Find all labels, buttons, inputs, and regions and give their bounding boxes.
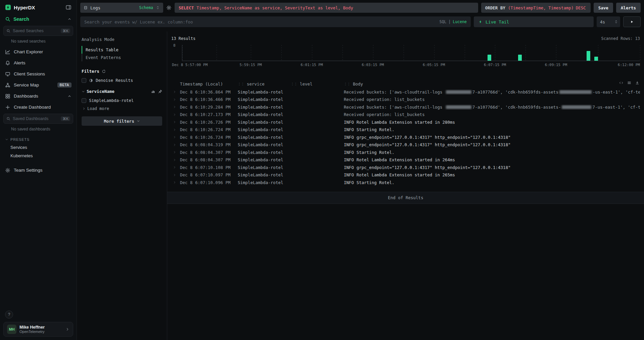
log-row[interactable]: Dec 8 6:10:26.724 PMSimpleLambda-rotelIN…	[171, 133, 640, 141]
saved-searches-search[interactable]: ⌘K	[3, 26, 73, 36]
presets-header[interactable]: PRESETS	[0, 134, 77, 143]
expand-row-icon[interactable]	[171, 173, 180, 177]
search-section-label: Search	[13, 16, 29, 22]
facet-group-header[interactable]: ServiceName	[82, 89, 162, 94]
preset-item-services[interactable]: Services	[0, 143, 77, 152]
log-body: INFO grpc_endpoint="127.0.0.1:4317" http…	[344, 135, 640, 140]
pin-icon[interactable]	[158, 90, 162, 94]
row-density-icon[interactable]	[627, 81, 631, 85]
team-settings-label: Team Settings	[14, 168, 43, 173]
load-more[interactable]: Load more	[82, 106, 162, 111]
sidebar-item-chart-explorer[interactable]: Chart Explorer	[0, 46, 77, 57]
chart-facet-icon[interactable]	[151, 90, 155, 94]
order-by-input[interactable]: ORDER BY (TimestampTime, Timestamp) DESC	[481, 3, 591, 13]
column-header-body[interactable]: ⋮⋮ Body	[344, 81, 640, 87]
user-card[interactable]: MH Mike Heffner OpenTelemetry	[3, 322, 73, 337]
lucene-toggle[interactable]: Lucene	[453, 19, 467, 24]
sidebar-item-alerts[interactable]: Alerts	[0, 57, 77, 68]
user-name: Mike Heffner	[19, 325, 45, 330]
expand-row-icon[interactable]	[171, 113, 180, 116]
select-query-input[interactable]: SELECT Timestamp, ServiceName as service…	[175, 3, 478, 13]
analysis-mode-results-table[interactable]: Results Table	[82, 46, 162, 54]
log-row[interactable]: Dec 8 6:10:36.466 PMSimpleLambda-rotelRe…	[171, 96, 640, 104]
download-icon[interactable]	[635, 81, 639, 85]
facet-option[interactable]: SimpleLambda-rotel	[82, 98, 162, 103]
log-row[interactable]: Dec 8 6:10:26.726 PMSimpleLambda-rotelIN…	[171, 118, 640, 126]
analysis-mode-list: Results TableEvent Patterns	[82, 46, 162, 61]
refresh-filters-icon[interactable]	[102, 69, 106, 73]
chart-bar[interactable]	[518, 55, 522, 61]
sidebar-item-dashboards[interactable]: Dashboards	[0, 91, 77, 102]
log-timestamp: Dec 8 6:08:04.319 PM	[180, 142, 238, 147]
column-drag-handle[interactable]: ⋮⋮	[291, 82, 297, 86]
log-row[interactable]: Dec 8 6:08:04.307 PMSimpleLambda-rotelIN…	[171, 149, 640, 156]
sidebar-item-client-sessions[interactable]: Client Sessions	[0, 68, 77, 79]
save-button[interactable]: Save	[594, 3, 613, 13]
column-drag-handle[interactable]: ⋮⋮	[344, 82, 351, 86]
refresh-interval-select[interactable]: 4s	[597, 16, 620, 27]
expand-row-icon[interactable]	[171, 151, 180, 154]
event-search[interactable]: SQL | Lucene	[80, 16, 471, 27]
sidebar-collapse-icon[interactable]	[65, 4, 72, 10]
expand-row-icon[interactable]	[171, 90, 180, 94]
log-row[interactable]: Dec 8 6:08:04.307 PMSimpleLambda-rotelIN…	[171, 156, 640, 164]
log-row[interactable]: Dec 8 6:10:29.284 PMSimpleLambda-rotelRe…	[171, 103, 640, 111]
source-settings-gear-icon[interactable]	[166, 5, 172, 10]
expand-row-icon[interactable]	[171, 181, 180, 184]
expand-row-icon[interactable]	[171, 98, 180, 101]
log-row[interactable]: Dec 8 6:07:10.097 PMSimpleLambda-rotelIN…	[171, 171, 640, 179]
chart-bar[interactable]	[587, 51, 590, 61]
expand-row-icon[interactable]	[171, 143, 180, 147]
create-dashboard-button[interactable]: Create Dashboard	[0, 102, 77, 113]
column-header-level[interactable]: ⋮⋮ level	[291, 81, 344, 87]
more-filters-button[interactable]: More filters	[82, 116, 162, 126]
preset-item-kubernetes[interactable]: Kubernetes	[0, 152, 77, 160]
expand-row-icon[interactable]	[171, 135, 180, 139]
no-saved-searches-note: No saved searches	[0, 38, 77, 46]
sidebar-item-service-map[interactable]: Service MapBETA	[0, 79, 77, 91]
sidebar-item-label: Service Map	[14, 82, 39, 88]
chart-bar[interactable]	[488, 55, 491, 61]
chart-gridline	[556, 45, 556, 61]
live-tail-button[interactable]: Live Tail	[474, 16, 594, 27]
column-drag-handle[interactable]: ⋮⋮	[238, 82, 244, 86]
chevron-down-icon[interactable]	[82, 90, 85, 93]
saved-dashboards-search[interactable]: ⌘K	[3, 114, 73, 124]
chart-bar[interactable]	[594, 57, 598, 61]
log-row[interactable]: Dec 8 6:07:10.108 PMSimpleLambda-rotelIN…	[171, 164, 640, 171]
sidebar-item-search[interactable]: Search	[0, 13, 77, 25]
denoise-toggle[interactable]: Denoise Results	[82, 78, 162, 83]
sidebar-item-team-settings[interactable]: Team Settings	[0, 165, 77, 176]
column-label: service	[247, 81, 265, 87]
column-label: Timestamp (Local)	[180, 81, 223, 87]
chevron-right-icon	[82, 107, 86, 110]
run-query-button[interactable]	[623, 16, 641, 27]
event-search-input[interactable]	[84, 19, 437, 24]
saved-searches-input[interactable]	[13, 29, 58, 33]
expand-row-icon[interactable]	[171, 158, 180, 162]
source-select[interactable]: Logs Schema	[80, 3, 163, 13]
checkbox[interactable]	[82, 98, 86, 103]
expand-row-icon[interactable]	[171, 105, 180, 109]
saved-dashboards-input[interactable]	[13, 116, 58, 121]
stepper-icon[interactable]	[614, 20, 618, 24]
log-row[interactable]: Dec 8 6:07:10.096 PMSimpleLambda-rotelIN…	[171, 179, 640, 186]
alerts-button[interactable]: Alerts	[616, 3, 641, 13]
log-row[interactable]: Dec 8 6:08:04.319 PMSimpleLambda-rotelIN…	[171, 141, 640, 149]
schema-link[interactable]: Schema	[139, 5, 153, 10]
log-row[interactable]: Dec 8 6:10:36.864 PMSimpleLambda-rotelRe…	[171, 88, 640, 96]
analysis-mode-event-patterns[interactable]: Event Patterns	[82, 54, 162, 61]
sql-toggle[interactable]: SQL	[440, 19, 447, 24]
help-button[interactable]: ?	[5, 310, 13, 319]
expand-row-icon[interactable]	[171, 166, 180, 169]
log-row[interactable]: Dec 8 6:10:27.173 PMSimpleLambda-rotelRe…	[171, 111, 640, 119]
chevron-up-icon[interactable]	[67, 17, 72, 21]
log-row[interactable]: Dec 8 6:10:26.724 PMSimpleLambda-rotelIN…	[171, 126, 640, 134]
denoise-checkbox[interactable]	[82, 78, 86, 83]
code-view-icon[interactable]	[619, 81, 623, 85]
expand-row-icon[interactable]	[171, 128, 180, 131]
expand-row-icon[interactable]	[171, 120, 180, 124]
log-service: SimpleLambda-rotel	[238, 157, 291, 162]
column-header-timestamp[interactable]: Timestamp (Local)	[180, 81, 238, 87]
column-header-service[interactable]: ⋮⋮ service	[238, 81, 291, 87]
